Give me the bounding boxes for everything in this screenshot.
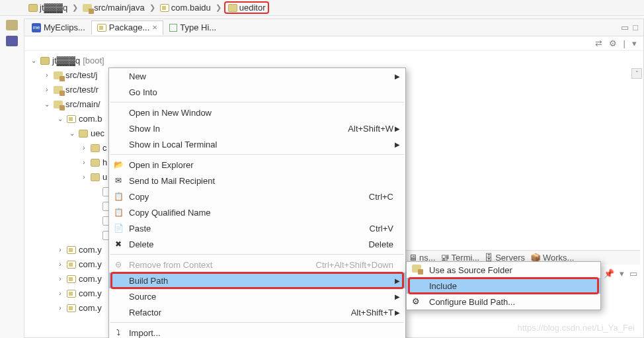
breadcrumb-item-current[interactable]: ueditor bbox=[224, 1, 270, 14]
hierarchy-icon bbox=[169, 24, 177, 32]
menu-item-import[interactable]: ⤵Import... bbox=[109, 325, 405, 338]
menu-item-new[interactable]: New▶ bbox=[109, 68, 405, 84]
breadcrumb-item[interactable]: com.baidu bbox=[158, 2, 213, 13]
source-folder-icon bbox=[83, 4, 92, 12]
twisty-icon[interactable]: › bbox=[80, 141, 88, 155]
minimize-icon[interactable]: ▭ bbox=[629, 269, 637, 278]
link-editor-icon[interactable]: ⚙ bbox=[609, 38, 617, 48]
submenu-item-use-as-source-folder[interactable]: Use as Source Folder bbox=[407, 262, 600, 278]
left-gutter bbox=[3, 20, 21, 46]
folder-icon bbox=[91, 144, 100, 152]
chevron-right-icon: ▶ bbox=[395, 293, 400, 300]
pkg-icon bbox=[67, 115, 76, 123]
menu-item-send-to-mail-recipient[interactable]: ✉Send to Mail Recipient bbox=[109, 173, 405, 189]
filter-icon[interactable]: | bbox=[624, 38, 625, 48]
gutter-icon[interactable] bbox=[6, 20, 18, 30]
tab-package-explorer[interactable]: Package...✕ bbox=[91, 21, 163, 35]
breadcrumb-item[interactable]: jt▓▓▓q bbox=[26, 2, 69, 13]
mail-icon: ✉ bbox=[113, 175, 124, 186]
paste-icon: 📄 bbox=[113, 223, 124, 233]
myeclipse-icon: me bbox=[32, 23, 41, 32]
folder-icon bbox=[79, 130, 88, 138]
minimize-icon[interactable]: ▭ bbox=[621, 22, 629, 32]
menu-separator bbox=[110, 102, 404, 103]
menu-item-show-in[interactable]: Show InAlt+Shift+W▶ bbox=[109, 120, 405, 136]
close-icon[interactable]: ✕ bbox=[152, 24, 157, 31]
folder-icon bbox=[228, 4, 237, 12]
twisty-icon[interactable]: › bbox=[80, 155, 88, 170]
twisty-icon[interactable]: ⌄ bbox=[68, 126, 76, 141]
package-icon bbox=[97, 24, 106, 32]
twisty-icon[interactable]: › bbox=[56, 272, 64, 286]
tab-type-hierarchy[interactable]: Type Hi... bbox=[163, 21, 222, 35]
view-tabs: meMyEclips... Package...✕ Type Hi... ▭□ bbox=[24, 19, 643, 36]
menu-item-source[interactable]: Source▶ bbox=[109, 288, 405, 304]
tab-myeclipse[interactable]: meMyEclips... bbox=[26, 21, 91, 35]
srcfolder-icon bbox=[412, 265, 423, 275]
bottom-toolbar: 📌▾▭ bbox=[604, 269, 637, 278]
package-icon bbox=[160, 4, 169, 12]
view-menu-icon[interactable]: ▾ bbox=[620, 269, 624, 278]
project-icon bbox=[40, 57, 50, 65]
twisty-icon[interactable]: ⌄ bbox=[56, 112, 64, 126]
submenu-item-include[interactable]: Include bbox=[407, 278, 600, 294]
delete-icon: ✖ bbox=[113, 239, 124, 249]
pkg-icon bbox=[67, 290, 76, 298]
menu-separator bbox=[110, 154, 404, 155]
menu-item-copy-qualified-name[interactable]: 📋Copy Qualified Name bbox=[109, 204, 405, 220]
twisty-icon[interactable]: › bbox=[80, 170, 88, 185]
pin-icon[interactable]: 📌 bbox=[604, 269, 614, 278]
pkg-icon bbox=[67, 246, 76, 254]
menu-item-show-in-local-terminal[interactable]: Show in Local Terminal▶ bbox=[109, 136, 405, 152]
breadcrumb-item[interactable]: src/main/java bbox=[81, 2, 147, 13]
chevron-right-icon: ❯ bbox=[72, 3, 78, 12]
twisty-icon[interactable]: › bbox=[56, 301, 64, 316]
gear-icon: ⚙ bbox=[412, 296, 423, 307]
explorer-toolbar: ⇄ ⚙ | ▾ bbox=[24, 36, 643, 51]
watermark: https://blog.csdn.net/Li_Ya_Fei bbox=[517, 323, 635, 333]
view-menu-icon[interactable]: ▾ bbox=[632, 38, 637, 48]
twisty-icon[interactable]: ⌄ bbox=[43, 97, 51, 112]
folder-icon bbox=[91, 173, 100, 181]
menu-separator bbox=[110, 322, 404, 323]
twisty-icon[interactable]: › bbox=[43, 83, 51, 97]
project-icon bbox=[28, 4, 38, 12]
maximize-icon[interactable]: □ bbox=[633, 22, 638, 32]
menu-item-refactor[interactable]: RefactorAlt+Shift+T▶ bbox=[109, 304, 405, 320]
menu-item-go-into[interactable]: Go Into bbox=[109, 84, 405, 100]
menu-item-paste[interactable]: 📄PasteCtrl+V bbox=[109, 220, 405, 236]
folder-icon: 📂 bbox=[113, 159, 124, 170]
import-icon: ⤵ bbox=[113, 327, 124, 338]
chevron-right-icon: ❯ bbox=[216, 3, 221, 12]
copy-icon: 📋 bbox=[113, 191, 124, 202]
twisty-icon[interactable]: › bbox=[56, 286, 64, 301]
chevron-right-icon: ▶ bbox=[395, 141, 400, 148]
copy-icon: 📋 bbox=[113, 207, 124, 218]
pkg-icon bbox=[67, 275, 76, 283]
pkg-icon bbox=[67, 261, 76, 269]
remove-icon: ⊖ bbox=[113, 259, 124, 270]
menu-item-open-in-new-window[interactable]: Open in New Window bbox=[109, 105, 405, 120]
menu-item-copy[interactable]: 📋CopyCtrl+C bbox=[109, 189, 405, 204]
twisty-open-icon[interactable]: ⌄ bbox=[30, 54, 38, 68]
collapse-all-icon[interactable]: ⇄ bbox=[595, 38, 602, 48]
chevron-right-icon: ▶ bbox=[395, 277, 400, 284]
menu-item-build-path[interactable]: Build Path▶ bbox=[109, 273, 405, 288]
twisty-icon[interactable]: › bbox=[43, 68, 51, 83]
src-icon bbox=[54, 101, 63, 108]
src-icon bbox=[54, 86, 63, 94]
submenu-item-configure-build-path[interactable]: ⚙Configure Build Path... bbox=[407, 294, 600, 310]
chevron-right-icon: ❯ bbox=[149, 3, 155, 12]
chevron-right-icon: ▶ bbox=[395, 73, 400, 80]
folder-icon bbox=[91, 159, 100, 167]
src-icon bbox=[54, 71, 63, 79]
twisty-icon[interactable]: › bbox=[56, 257, 64, 272]
menu-separator bbox=[110, 254, 404, 255]
breadcrumb: jt▓▓▓q ❯ src/main/java ❯ com.baidu ❯ ued… bbox=[0, 0, 644, 16]
view-toolbar-icons: ▭□ bbox=[621, 22, 643, 32]
menu-item-open-in-explorer[interactable]: 📂Open in Explorer bbox=[109, 157, 405, 173]
gutter-icon[interactable] bbox=[6, 36, 18, 46]
twisty-icon[interactable]: › bbox=[56, 243, 64, 257]
menu-item-delete[interactable]: ✖DeleteDelete bbox=[109, 236, 405, 252]
tree-root[interactable]: ⌄jt▓▓▓q [boot] bbox=[27, 54, 641, 68]
